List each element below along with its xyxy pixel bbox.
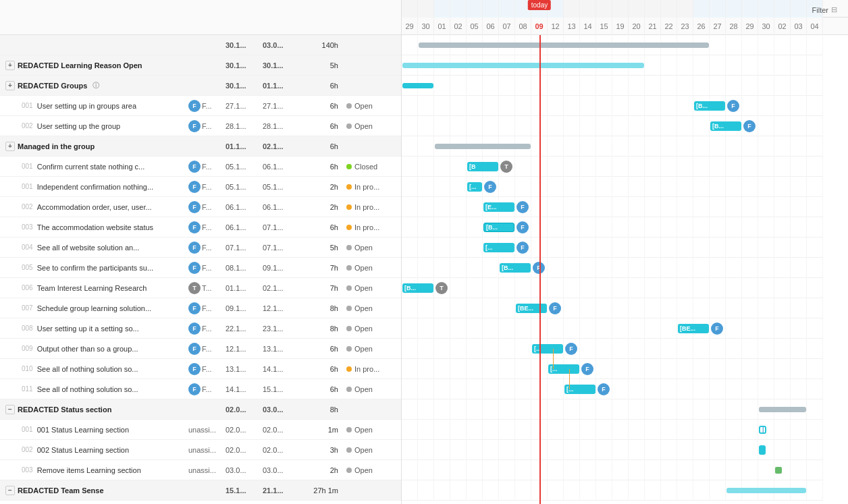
gantt-cell: [710, 420, 726, 440]
gantt-cell: [758, 460, 774, 480]
gantt-cell: [515, 399, 531, 420]
avatar: F: [188, 120, 201, 132]
gantt-cell: [742, 76, 758, 96]
gantt-cell: [434, 197, 450, 217]
gantt-cell: [710, 480, 726, 501]
cell-start: 03.0...: [223, 466, 260, 474]
cell-status: Open: [341, 284, 398, 292]
gantt-cell: [791, 136, 807, 157]
cell-status: Open: [341, 304, 398, 312]
status-dot: [346, 326, 352, 331]
status-text: Open: [354, 385, 373, 393]
gantt-bar: [...: [467, 182, 482, 192]
gantt-cell: [791, 339, 807, 359]
gantt-cell: [580, 116, 596, 136]
gantt-cell: [661, 76, 677, 96]
gantt-row: [402, 318, 823, 339]
gantt-cell: [450, 237, 467, 258]
cell-end: 14.1...: [260, 365, 297, 373]
gantt-cell: [450, 177, 467, 197]
gantt-cell: [564, 217, 580, 237]
day-col-20: 20: [629, 18, 645, 35]
cell-assignee: FF...: [186, 201, 223, 213]
task-table: 30.1...03.0...140h+REDACTED Learning Rea…: [0, 0, 402, 504]
avatar: F: [188, 323, 201, 335]
gantt-bar: [...: [532, 344, 563, 354]
gantt-row: [402, 258, 823, 278]
table-header: [0, 0, 401, 35]
gantt-cell: [402, 96, 418, 116]
gantt-cell: [774, 157, 791, 177]
gantt-cell: [629, 157, 645, 177]
gantt-cell: [693, 197, 710, 217]
cell-end: 06.1...: [260, 203, 297, 211]
gantt-cell: [677, 339, 693, 359]
gantt-cell: [710, 359, 726, 379]
gantt-cell: [791, 197, 807, 217]
gantt-cell: [580, 420, 596, 440]
status-dot: [346, 366, 352, 372]
cell-end: 07.1...: [260, 223, 297, 231]
gantt-body[interactable]: [B...F[B...F[BT[...F[E...F[B...F[...F[B.…: [402, 35, 848, 504]
task-name: See all of nothing solution so...: [37, 385, 138, 393]
info-icon[interactable]: ⓘ: [92, 81, 99, 90]
table-row: −REDACTED Team Sense15.1...21.1...27h 1m: [0, 480, 401, 501]
gantt-cell: [467, 420, 483, 440]
row-num: 010: [22, 365, 33, 372]
assignee-letter: F...: [202, 264, 212, 272]
assignee-letter: F...: [202, 223, 212, 231]
gantt-cell: [564, 420, 580, 440]
expand-icon[interactable]: +: [5, 61, 15, 70]
gantt-cell: [612, 420, 629, 440]
day-col-13: 13: [564, 18, 580, 35]
gantt-cell: [499, 440, 515, 460]
gantt-cell: [742, 318, 758, 339]
gantt-cell: [726, 379, 742, 399]
cell-duration: 2h: [297, 466, 341, 474]
gantt-cell: [564, 480, 580, 501]
collapse-icon[interactable]: −: [5, 405, 15, 414]
gantt-cell: [402, 480, 418, 501]
gantt-cell: [467, 339, 483, 359]
gantt-cell: [418, 480, 434, 501]
gantt-cell: [450, 339, 467, 359]
collapse-icon[interactable]: −: [5, 486, 15, 495]
gantt-row: [402, 298, 823, 318]
gantt-cell: [758, 35, 774, 55]
gantt-cell: [483, 116, 499, 136]
gantt-cell: [450, 96, 467, 116]
cell-start: 06.1...: [223, 203, 260, 211]
gantt-cell: [645, 339, 661, 359]
cell-status: In pro...: [341, 223, 398, 231]
gantt-cell: [677, 460, 693, 480]
cell-duration: 140h: [297, 41, 341, 49]
gantt-row: [402, 116, 823, 136]
cell-assignee: FF...: [186, 120, 223, 132]
filter-icon[interactable]: ⊟: [831, 5, 837, 14]
gantt-cell: [483, 440, 499, 460]
gantt-cell: [434, 298, 450, 318]
gantt-cell: [677, 359, 693, 379]
gantt-cell: [596, 278, 612, 298]
gantt-cell: [450, 420, 467, 440]
gantt-cell: [548, 318, 564, 339]
gantt-cell: [710, 237, 726, 258]
gantt-cell: [677, 217, 693, 237]
gantt-avatar: F: [727, 100, 739, 112]
gantt-cell: [742, 237, 758, 258]
cell-duration: 7h: [297, 284, 341, 292]
gantt-cell: [450, 440, 467, 460]
gantt-cell: [450, 217, 467, 237]
cell-task: 002User setting up the group: [0, 122, 186, 130]
gantt-cell: [791, 258, 807, 278]
gantt-panel[interactable]: Filter ⊟ 2930010205060708091213141519202…: [402, 0, 848, 504]
avatar: F: [188, 242, 201, 254]
expand-icon[interactable]: +: [5, 81, 15, 90]
gantt-cell: [580, 136, 596, 157]
gantt-bar: |: [759, 426, 766, 434]
task-name: Accommodation order, user, user...: [37, 203, 152, 211]
gantt-cell: [515, 318, 531, 339]
expand-icon[interactable]: +: [5, 142, 15, 151]
row-num: 006: [22, 284, 33, 291]
gantt-cell: [515, 339, 531, 359]
